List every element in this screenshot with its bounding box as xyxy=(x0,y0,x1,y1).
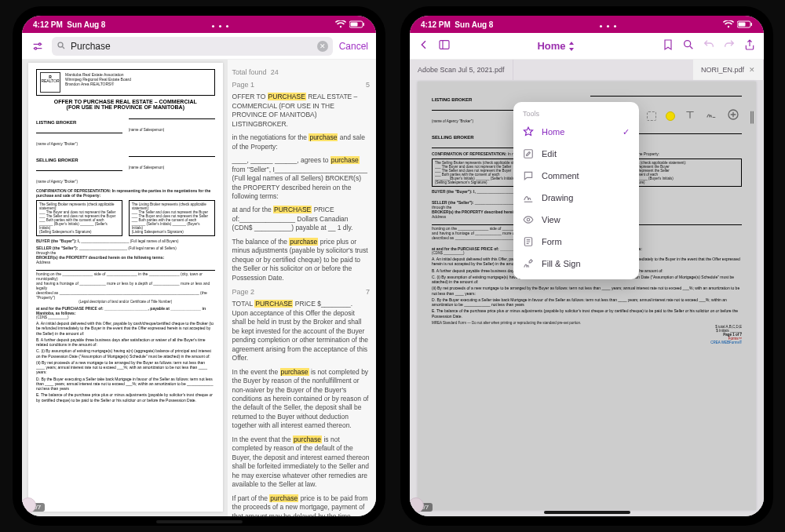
popover-item-home[interactable]: Home✓ xyxy=(513,121,639,143)
svg-rect-12 xyxy=(524,150,533,159)
view-icon xyxy=(523,214,534,225)
svg-point-5 xyxy=(58,42,63,47)
sidebar-icon[interactable] xyxy=(438,38,451,54)
comment-icon xyxy=(523,170,534,181)
settings-sliders-icon[interactable] xyxy=(30,38,46,54)
popover-item-comment[interactable]: Comment xyxy=(513,165,639,187)
search-result-item[interactable]: OFFER TO PURCHASE REAL ESTATE – COMMERCI… xyxy=(232,93,370,129)
search-icon xyxy=(57,39,66,53)
search-result-item[interactable]: The balance of the purchase price plus o… xyxy=(232,238,370,282)
fillsign-icon xyxy=(523,258,534,269)
share-icon[interactable] xyxy=(743,38,756,54)
realtor-logo: RREALTOR xyxy=(40,72,60,93)
popover-item-fill-sign[interactable]: Fill & Sign xyxy=(513,253,639,275)
top-toolbar: Home xyxy=(410,33,764,60)
search-input[interactable] xyxy=(71,41,312,52)
check-icon: ✓ xyxy=(623,127,630,137)
popover-item-form[interactable]: Form xyxy=(513,231,639,253)
svg-rect-9 xyxy=(440,40,449,49)
search-result-item[interactable]: TOTAL PURCHASE PRICE $________. Upon acc… xyxy=(232,300,370,363)
clear-icon[interactable]: ✕ xyxy=(317,41,328,52)
search-icon[interactable] xyxy=(682,38,695,54)
battery-icon xyxy=(737,20,753,28)
popover-item-edit[interactable]: Edit xyxy=(513,143,639,165)
search-result-item[interactable]: In the event that the purchase is not co… xyxy=(232,435,370,490)
document-page: RREALTOR Manitoba Real Estate Associatio… xyxy=(28,63,223,512)
search-toolbar: ✕ Cancel xyxy=(22,33,376,60)
mode-dropdown[interactable]: Home xyxy=(537,40,575,52)
drawing-icon xyxy=(523,192,534,203)
status-bar: 4:12 PM Sun Aug 8 xyxy=(22,16,376,33)
status-bar: 4:12 PM Sun Aug 8 xyxy=(410,16,764,33)
document-area[interactable]: Adobe Scan Jul 5, 2021.pdf NORI_EN.pdf✕ … xyxy=(410,60,764,516)
result-group-1: OFFER TO PURCHASE REAL ESTATE – COMMERCI… xyxy=(232,93,370,282)
undo-icon[interactable] xyxy=(703,38,715,54)
star-icon xyxy=(523,126,534,137)
bookmark-icon[interactable] xyxy=(662,38,674,54)
ipad-left: 4:12 PM Sun Aug 8 ✕ Ca xyxy=(13,6,385,526)
popover-item-drawing[interactable]: Drawing xyxy=(513,187,639,209)
search-result-item[interactable]: in the negotiations for the purchase and… xyxy=(232,133,370,151)
search-results-pane[interactable]: Total found 24 Page 15 OFFER TO PURCHASE… xyxy=(228,60,376,516)
wifi-icon xyxy=(335,20,346,28)
wifi-icon xyxy=(723,20,734,28)
svg-rect-7 xyxy=(739,23,746,27)
popover-item-view[interactable]: View xyxy=(513,209,639,231)
back-button[interactable] xyxy=(418,38,430,54)
search-field[interactable]: ✕ xyxy=(52,37,333,56)
svg-point-3 xyxy=(38,43,41,46)
search-result-item[interactable]: at and for the PURCHASE PRICE of:_______… xyxy=(232,206,370,232)
svg-point-4 xyxy=(35,47,37,49)
result-group-2: TOTAL PURCHASE PRICE $________. Upon acc… xyxy=(232,300,370,516)
battery-icon xyxy=(349,20,365,28)
popover-header: Tools xyxy=(513,105,639,121)
search-result-item[interactable]: In the event the purchase is not complet… xyxy=(232,368,370,431)
svg-rect-1 xyxy=(351,23,358,27)
form-icon xyxy=(523,236,534,247)
svg-point-10 xyxy=(685,40,691,46)
search-result-item[interactable]: ____, ______ ______, agrees to purchase … xyxy=(232,156,370,201)
edit-icon xyxy=(523,148,534,159)
svg-rect-2 xyxy=(363,23,365,26)
svg-point-13 xyxy=(527,218,530,221)
redo-icon[interactable] xyxy=(723,38,736,54)
ipad-right: 4:12 PM Sun Aug 8 Home xyxy=(400,6,773,526)
tools-popover: Tools Home✓EditCommentDrawingViewFormFil… xyxy=(513,102,639,279)
svg-rect-8 xyxy=(751,23,753,26)
document-preview-pane[interactable]: RREALTOR Manitoba Real Estate Associatio… xyxy=(22,60,228,516)
cancel-button[interactable]: Cancel xyxy=(339,41,368,52)
search-result-item[interactable]: If part of the purchase price is to be p… xyxy=(232,494,370,516)
